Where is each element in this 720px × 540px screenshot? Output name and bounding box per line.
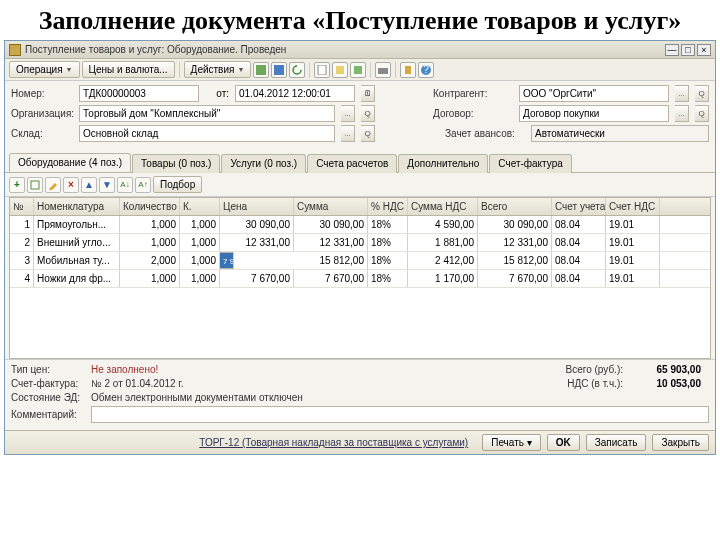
table-row[interactable]: 1Прямоугольн...1,0001,00030 090,0030 090… bbox=[10, 216, 710, 234]
grid-header: №НоменклатураКоличествоК.ЦенаСумма% НДСС… bbox=[10, 198, 710, 216]
offset-input[interactable]: Автоматически bbox=[531, 125, 709, 142]
document-icon bbox=[9, 44, 21, 56]
table-row[interactable]: 3Мобильная ту...2,0001,0007 906,0015 812… bbox=[10, 252, 710, 270]
tab-additional[interactable]: Дополнительно bbox=[398, 154, 488, 173]
edo-label: Состояние ЭД: bbox=[11, 392, 91, 403]
prices-button[interactable]: Цены и валюта... bbox=[82, 61, 175, 78]
header-form: Номер: ТДК00000003 от: 01.04.2012 12:00:… bbox=[5, 81, 715, 149]
sort-desc-button[interactable]: A↑ bbox=[135, 177, 151, 193]
maximize-button[interactable]: □ bbox=[681, 44, 695, 56]
date-picker-button[interactable]: 🗓 bbox=[361, 85, 375, 102]
sort-asc-button[interactable]: A↓ bbox=[117, 177, 133, 193]
offset-label: Зачет авансов: bbox=[445, 128, 525, 139]
number-label: Номер: bbox=[11, 88, 73, 99]
window-title: Поступление товаров и услуг: Оборудовани… bbox=[25, 44, 663, 55]
warehouse-input[interactable]: Основной склад bbox=[79, 125, 335, 142]
print-icon[interactable] bbox=[375, 62, 391, 78]
print-button[interactable]: Печать ▾ bbox=[482, 434, 541, 451]
move-up-button[interactable]: ▲ bbox=[81, 177, 97, 193]
tab-accounts[interactable]: Счета расчетов bbox=[307, 154, 397, 173]
contragent-select-button[interactable]: ... bbox=[675, 85, 689, 102]
close-cmd-button[interactable]: Закрыть bbox=[652, 434, 709, 451]
items-grid[interactable]: №НоменклатураКоличествоК.ЦенаСумма% НДСС… bbox=[9, 197, 711, 359]
post-icon[interactable] bbox=[253, 62, 269, 78]
structure-icon[interactable] bbox=[350, 62, 366, 78]
svg-rect-0 bbox=[256, 65, 266, 75]
vat-value: 10 053,00 bbox=[631, 378, 701, 389]
edit-row-button[interactable] bbox=[45, 177, 61, 193]
help-icon[interactable]: ? bbox=[418, 62, 434, 78]
contract-select-button[interactable]: ... bbox=[675, 105, 689, 122]
attach-icon[interactable] bbox=[400, 62, 416, 78]
date-input[interactable]: 01.04.2012 12:00:01 bbox=[235, 85, 355, 102]
tab-invoice[interactable]: Счет-фактура bbox=[489, 154, 571, 173]
delete-row-button[interactable]: × bbox=[63, 177, 79, 193]
refresh-icon[interactable] bbox=[289, 62, 305, 78]
grid-toolbar: + × ▲ ▼ A↓ A↑ Подбор bbox=[5, 173, 715, 197]
minimize-button[interactable]: — bbox=[665, 44, 679, 56]
svg-rect-5 bbox=[378, 68, 388, 74]
tab-services[interactable]: Услуги (0 поз.) bbox=[221, 154, 306, 173]
contragent-open-button[interactable]: Q bbox=[695, 85, 709, 102]
svg-rect-2 bbox=[318, 65, 326, 75]
basedon-icon[interactable] bbox=[332, 62, 348, 78]
pricetype-label: Тип цен: bbox=[11, 364, 91, 375]
svg-rect-9 bbox=[31, 181, 39, 189]
comment-label: Комментарий: bbox=[11, 409, 91, 420]
contract-open-button[interactable]: Q bbox=[695, 105, 709, 122]
report-icon[interactable] bbox=[314, 62, 330, 78]
pricetype-value: Не заполнено! bbox=[91, 364, 158, 375]
svg-rect-3 bbox=[336, 66, 344, 74]
svg-rect-4 bbox=[354, 66, 362, 74]
org-label: Организация: bbox=[11, 108, 73, 119]
save-icon[interactable] bbox=[271, 62, 287, 78]
tab-equipment[interactable]: Оборудование (4 поз.) bbox=[9, 153, 131, 172]
org-select-button[interactable]: ... bbox=[341, 105, 355, 122]
add-row-button[interactable]: + bbox=[9, 177, 25, 193]
contract-input[interactable]: Договор покупки bbox=[519, 105, 669, 122]
contragent-input[interactable]: ООО "ОргСити" bbox=[519, 85, 669, 102]
titlebar: Поступление товаров и услуг: Оборудовани… bbox=[5, 41, 715, 59]
invoice-value: № 2 от 01.04.2012 г. bbox=[91, 378, 184, 389]
insert-row-button[interactable] bbox=[27, 177, 43, 193]
write-button[interactable]: Записать bbox=[586, 434, 647, 451]
tab-bar: Оборудование (4 поз.) Товары (0 поз.) Ус… bbox=[5, 153, 715, 173]
contragent-label: Контрагент: bbox=[433, 88, 513, 99]
total-value: 65 903,00 bbox=[631, 364, 701, 375]
total-label: Всего (руб.): bbox=[565, 364, 623, 375]
close-button[interactable]: × bbox=[697, 44, 711, 56]
table-row[interactable]: 4Ножки для фр...1,0001,0007 670,007 670,… bbox=[10, 270, 710, 288]
command-bar: ТОРГ-12 (Товарная накладная за поставщик… bbox=[5, 430, 715, 454]
number-input[interactable]: ТДК00000003 bbox=[79, 85, 199, 102]
svg-rect-6 bbox=[405, 66, 411, 74]
contract-label: Договор: bbox=[433, 108, 513, 119]
actions-menu[interactable]: Действия▼ bbox=[184, 61, 252, 78]
svg-rect-1 bbox=[274, 65, 284, 75]
footer-form: Тип цен: Не заполнено! Всего (руб.):65 9… bbox=[5, 359, 715, 430]
tab-goods[interactable]: Товары (0 поз.) bbox=[132, 154, 220, 173]
ok-button[interactable]: OK bbox=[547, 434, 580, 451]
org-input[interactable]: Торговый дом "Комплексный" bbox=[79, 105, 335, 122]
podbor-button[interactable]: Подбор bbox=[153, 176, 202, 193]
svg-text:?: ? bbox=[424, 64, 430, 75]
warehouse-label: Склад: bbox=[11, 128, 73, 139]
warehouse-open-button[interactable]: Q bbox=[361, 125, 375, 142]
app-window: Поступление товаров и услуг: Оборудовани… bbox=[4, 40, 716, 455]
move-down-button[interactable]: ▼ bbox=[99, 177, 115, 193]
grid-empty-area[interactable] bbox=[10, 288, 710, 358]
edo-value: Обмен электронными документами отключен bbox=[91, 392, 303, 403]
slide-title: Заполнение документа «Поступление товаро… bbox=[0, 0, 720, 40]
vat-label: НДС (в т.ч.): bbox=[567, 378, 623, 389]
from-label: от: bbox=[205, 88, 229, 99]
torg-link[interactable]: ТОРГ-12 (Товарная накладная за поставщик… bbox=[199, 437, 468, 448]
org-open-button[interactable]: Q bbox=[361, 105, 375, 122]
table-row[interactable]: 2Внешний угло...1,0001,00012 331,0012 33… bbox=[10, 234, 710, 252]
invoice-label: Счет-фактура: bbox=[11, 378, 91, 389]
comment-input[interactable] bbox=[91, 406, 709, 423]
warehouse-select-button[interactable]: ... bbox=[341, 125, 355, 142]
toolbar: Операция▼ Цены и валюта... Действия▼ ? bbox=[5, 59, 715, 81]
operation-menu[interactable]: Операция▼ bbox=[9, 61, 80, 78]
